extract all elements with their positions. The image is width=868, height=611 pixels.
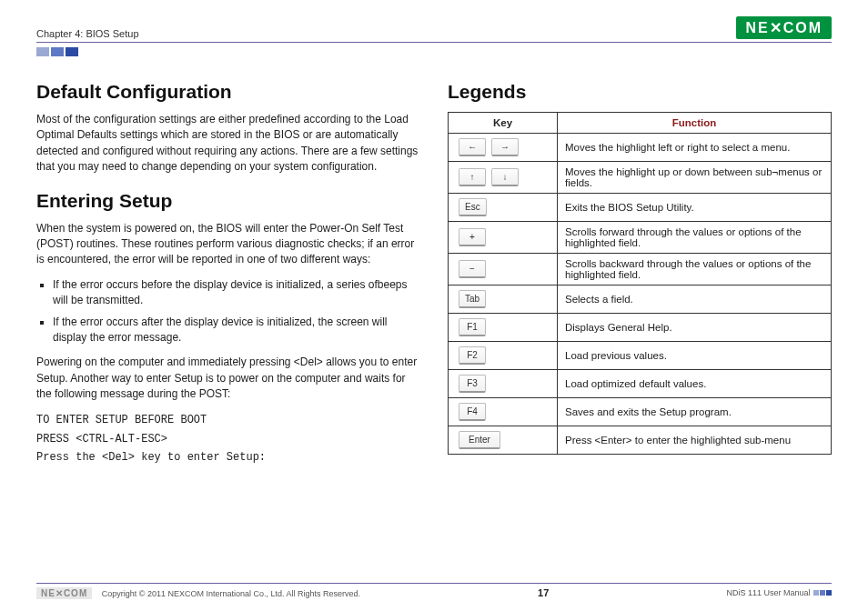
page-header: Chapter 4: BIOS Setup NE✕COM [36,16,832,43]
th-key: Key [449,113,558,134]
key-cell: F4 [449,398,558,426]
keycap-icon: Enter [459,431,500,449]
footer-left: NE✕COM Copyright © 2011 NEXCOM Internati… [36,588,360,598]
function-cell: Displays General Help. [558,314,832,342]
table-row: −Scrolls backward through the values or … [449,254,832,285]
function-cell: Moves the highlight up or down between s… [558,162,832,194]
heading-legends: Legends [448,81,832,103]
keycap-icon: ↑ [459,168,486,186]
right-column: Legends Key Function ←→Moves the highlig… [448,81,832,467]
key-cell: ↑↓ [449,162,558,194]
table-row: F1Displays General Help. [449,314,832,342]
content-columns: Default Configuration Most of the config… [36,81,832,467]
table-row: F3Load optimized default values. [449,370,832,398]
table-row: TabSelects a field. [449,285,832,314]
manual-name: NDiS 111 User Manual [726,588,810,597]
key-cell: Esc [449,194,558,222]
key-cell: Enter [449,426,558,455]
console-text: TO ENTER SETUP BEFORE BOOT PRESS <CTRL-A… [36,411,420,466]
decorative-tabs [36,46,832,59]
list-item: If the error occurs after the display de… [53,315,420,346]
paragraph: When the system is powered on, the BIOS … [36,221,420,268]
error-list: If the error occurs before the display d… [53,277,420,346]
key-cell: F1 [449,314,558,342]
footer-logo: NE✕COM [36,587,92,599]
table-row: ←→Moves the highlight left or right to s… [449,134,832,162]
key-cell: ←→ [449,134,558,162]
keycap-icon: F3 [459,375,486,393]
function-cell: Moves the highlight left or right to sel… [558,134,832,162]
chapter-label: Chapter 4: BIOS Setup [36,28,139,39]
keycap-icon: − [459,260,486,278]
th-function: Function [558,113,832,134]
page-number: 17 [538,587,549,598]
keycap-icon: ↓ [491,168,519,186]
key-cell: − [449,254,558,285]
heading-default-config: Default Configuration [36,81,420,103]
keycap-icon: F1 [459,318,486,336]
copyright-text: Copyright © 2011 NEXCOM International Co… [102,589,360,598]
function-cell: Saves and exits the Setup program. [558,398,832,426]
table-row: F2Load previous values. [449,342,832,370]
key-cell: Tab [449,285,558,314]
paragraph: Powering on the computer and immediately… [36,355,420,402]
legends-table: Key Function ←→Moves the highlight left … [448,112,832,455]
paragraph: Most of the configuration settings are e… [36,112,420,175]
function-cell: Press <Enter> to enter the highlighted s… [558,426,832,455]
footer-right: NDiS 111 User Manual [726,588,832,597]
heading-entering-setup: Entering Setup [36,190,420,212]
key-cell: + [449,222,558,254]
function-cell: Scrolls backward through the values or o… [558,254,832,285]
table-row: EnterPress <Enter> to enter the highligh… [449,426,832,455]
table-row: ↑↓Moves the highlight up or down between… [449,162,832,194]
function-cell: Exits the BIOS Setup Utility. [558,194,832,222]
function-cell: Load previous values. [558,342,832,370]
table-row: F4Saves and exits the Setup program. [449,398,832,426]
brand-logo: NE✕COM [736,16,832,39]
key-cell: F2 [449,342,558,370]
decorative-squares [812,590,832,596]
function-cell: Load optimized default values. [558,370,832,398]
keycap-icon: ← [459,138,486,156]
function-cell: Selects a field. [558,285,832,314]
list-item: If the error occurs before the display d… [53,277,420,309]
table-row: +Scrolls forward through the values or o… [449,222,832,254]
function-cell: Scrolls forward through the values or op… [558,222,832,254]
keycap-icon: + [459,228,486,246]
keycap-icon: Tab [459,290,486,308]
page-footer: NE✕COM Copyright © 2011 NEXCOM Internati… [36,583,832,598]
keycap-icon: F4 [459,403,486,421]
keycap-icon: → [491,138,519,156]
left-column: Default Configuration Most of the config… [36,81,420,467]
keycap-icon: Esc [459,198,487,216]
table-row: EscExits the BIOS Setup Utility. [449,194,832,222]
keycap-icon: F2 [459,346,486,365]
key-cell: F3 [449,370,558,398]
